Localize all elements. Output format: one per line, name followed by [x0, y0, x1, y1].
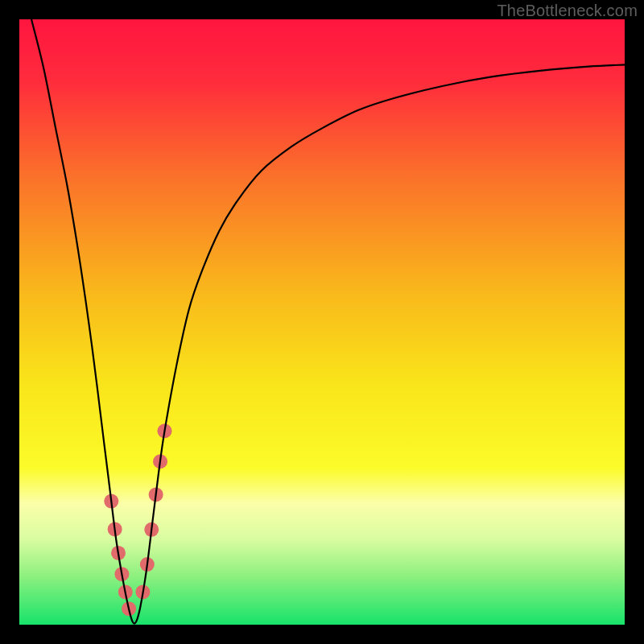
- plot-area: [19, 19, 625, 625]
- chart-svg: [19, 19, 625, 625]
- watermark-text: TheBottleneck.com: [497, 2, 638, 20]
- chart-frame: TheBottleneck.com: [0, 0, 644, 644]
